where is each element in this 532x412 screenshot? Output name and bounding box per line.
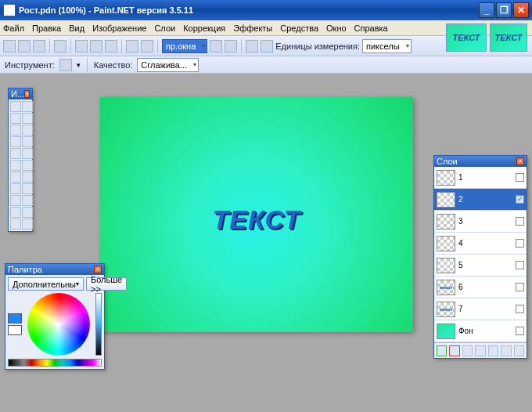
color-wheel[interactable] [27, 293, 90, 356]
layer-thumb [437, 170, 455, 186]
zoom-dropdown[interactable]: пр.окна [162, 39, 207, 53]
tool-rectangle[interactable] [10, 207, 21, 218]
menu-layers[interactable]: Слои [154, 23, 175, 33]
close-icon[interactable]: × [94, 266, 102, 273]
tool-eraser[interactable] [22, 160, 33, 171]
menu-effects[interactable]: Эффекты [233, 23, 272, 33]
layer-row[interactable]: 3 [434, 211, 527, 233]
layer-thumb [437, 192, 455, 208]
layer-visible-checkbox[interactable] [516, 239, 524, 248]
layer-name: 6 [458, 283, 512, 291]
redo-icon[interactable] [141, 40, 153, 52]
palette-title[interactable]: Палитра × [5, 264, 104, 275]
layer-visible-checkbox[interactable] [516, 217, 524, 226]
tool-clone[interactable] [10, 183, 21, 194]
menu-image[interactable]: Изображение [92, 23, 146, 33]
menu-view[interactable]: Вид [69, 23, 84, 33]
zoom-in-icon[interactable] [210, 40, 222, 52]
layer-row[interactable]: текст6 [434, 276, 527, 298]
layer-add-icon[interactable] [437, 345, 447, 356]
app-icon [3, 4, 16, 16]
layer-visible-checkbox[interactable] [516, 327, 524, 335]
cut-icon[interactable] [75, 40, 88, 52]
tool-line[interactable] [22, 195, 33, 206]
ruler-icon[interactable] [261, 40, 273, 52]
close-icon[interactable]: × [516, 157, 524, 165]
value-slider[interactable] [95, 293, 102, 356]
current-tool-icon[interactable] [59, 59, 72, 71]
maximize-button[interactable]: ❐ [496, 2, 512, 18]
tool-rectangle-select[interactable] [10, 101, 21, 112]
tools-panel-title[interactable]: И... × [9, 89, 32, 99]
close-button[interactable]: ✕ [513, 2, 529, 18]
tool-fill[interactable] [10, 148, 21, 159]
quality-dropdown[interactable]: Сглажива... [137, 58, 199, 72]
undo-icon[interactable] [126, 40, 138, 52]
canvas[interactable]: ТЕКСТ [100, 97, 413, 332]
tool-rounded-rect[interactable] [22, 207, 33, 218]
secondary-color[interactable] [8, 325, 22, 335]
tool-pan[interactable] [22, 136, 33, 147]
layer-name: 3 [458, 217, 512, 226]
layer-visible-checkbox[interactable] [516, 261, 524, 269]
tool-ellipse-select[interactable] [10, 125, 21, 136]
layers-title[interactable]: Слои × [434, 156, 527, 167]
layer-merge-icon[interactable] [475, 345, 485, 356]
layer-visible-checkbox[interactable] [516, 283, 524, 291]
layer-row[interactable]: 1 [434, 167, 527, 189]
layer-name: 1 [458, 173, 512, 182]
new-icon[interactable] [3, 40, 16, 52]
doc-thumb-2[interactable]: ТЕКСТ [490, 23, 527, 52]
doc-thumb-1[interactable]: ТЕКСТ [446, 23, 487, 52]
tool-move[interactable] [22, 101, 33, 112]
layer-up-icon[interactable] [488, 345, 498, 356]
save-icon[interactable] [33, 40, 45, 52]
zoom-out-icon[interactable] [225, 40, 237, 52]
menu-adjustments[interactable]: Коррекция [183, 23, 225, 33]
layer-down-icon[interactable] [501, 345, 511, 356]
layer-visible-checkbox[interactable] [516, 195, 524, 204]
units-dropdown[interactable]: пикселы [362, 39, 412, 53]
tool-zoom[interactable] [22, 125, 33, 136]
grid-icon[interactable] [246, 40, 258, 52]
layer-row[interactable]: текст7 [434, 298, 527, 320]
layer-row[interactable]: 2 [434, 189, 527, 211]
menu-tools[interactable]: Средства [280, 23, 318, 33]
palette-strip[interactable] [8, 359, 102, 367]
tool-magic-wand[interactable] [10, 136, 21, 147]
menu-help[interactable]: Справка [354, 23, 388, 33]
tool-freeform[interactable] [22, 219, 33, 229]
tool-color-picker[interactable] [22, 172, 33, 183]
layer-delete-icon[interactable] [449, 345, 459, 356]
tool-gradient[interactable] [22, 148, 33, 159]
tool-lasso[interactable] [10, 113, 21, 124]
tool-brush[interactable] [10, 160, 21, 171]
menu-file[interactable]: Файл [3, 23, 24, 33]
primary-color[interactable] [8, 313, 22, 323]
close-icon[interactable]: × [24, 90, 30, 98]
menu-edit[interactable]: Правка [32, 23, 61, 33]
layer-row[interactable]: Фон [434, 320, 527, 342]
menu-window[interactable]: Окно [326, 23, 347, 33]
copy-icon[interactable] [90, 40, 102, 52]
separator [87, 58, 88, 72]
tool-recolor[interactable] [22, 183, 33, 194]
tool-pencil[interactable] [10, 172, 21, 183]
layer-visible-checkbox[interactable] [516, 305, 524, 313]
tool-ellipse[interactable] [10, 219, 21, 229]
paste-icon[interactable] [105, 40, 117, 52]
color-swatches [8, 313, 22, 335]
open-icon[interactable] [18, 40, 31, 52]
layer-row[interactable]: 5 [434, 255, 527, 276]
palette-more-button[interactable]: Больше >> [86, 277, 127, 291]
tool-move-selection[interactable] [22, 113, 33, 124]
palette-mode-dropdown[interactable]: Дополнительны [8, 277, 84, 291]
minimize-button[interactable]: _ [479, 2, 494, 18]
layer-duplicate-icon[interactable] [462, 345, 473, 356]
tool-text[interactable] [10, 195, 21, 206]
layer-visible-checkbox[interactable] [516, 173, 524, 182]
units-label: Единицы измерения: [275, 42, 360, 51]
print-icon[interactable] [54, 40, 66, 52]
layer-row[interactable]: 4 [434, 233, 527, 255]
layer-properties-icon[interactable] [514, 345, 524, 356]
